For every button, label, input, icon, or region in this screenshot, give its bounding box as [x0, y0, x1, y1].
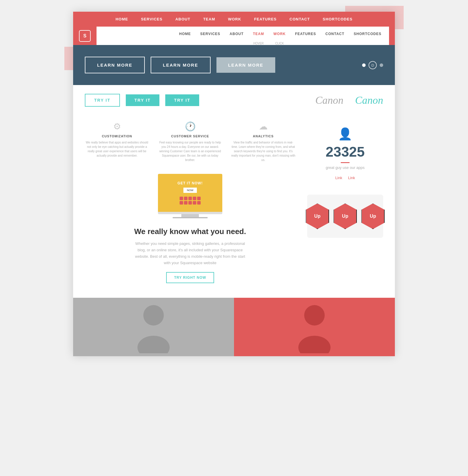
hero-dot-1[interactable]	[362, 63, 366, 67]
svg-point-1	[137, 336, 170, 353]
stat-number: 23325	[307, 144, 383, 160]
nav1-contact[interactable]: CONTACT	[283, 12, 316, 27]
content-title: We really know what you need.	[85, 227, 295, 236]
person-silhouette-2	[297, 301, 332, 353]
grid-dot	[180, 197, 183, 200]
nav2-work[interactable]: WORK	[269, 27, 290, 41]
nav1-shortcodes[interactable]: SHORTCODES	[316, 12, 359, 27]
hex-btn-1[interactable]: Up	[306, 203, 329, 229]
features-cols: ⚙ CUSTOMIZATION We really believe that a…	[85, 121, 295, 162]
canon-logo-gray: Canon	[315, 94, 343, 106]
main-content-section: ⚙ CUSTOMIZATION We really believe that a…	[73, 115, 395, 292]
stat-divider	[341, 162, 350, 163]
feature-text-1: We really believe that apps and websites…	[85, 140, 149, 158]
try-it-filled-btn-1[interactable]: TRY IT	[126, 94, 160, 106]
learn-more-btn-1[interactable]: LEARN MORE	[85, 57, 145, 73]
hex-container: Up Up Up	[307, 195, 383, 238]
laptop-stand	[181, 214, 199, 217]
nav2-team[interactable]: TEAM	[248, 27, 269, 41]
hero-dots: ⊙	[362, 61, 383, 69]
feature-title-2: CUSTOMER SERVICE	[158, 134, 222, 138]
svg-point-3	[298, 336, 331, 353]
person-silhouette-1	[136, 301, 171, 353]
canon-logo-green: Canon	[355, 94, 383, 106]
nav-secondary-links: HOME SERVICES ABOUT TEAM HOVER WORK CLIC…	[97, 27, 389, 45]
nav1-features[interactable]: FEATURES	[248, 12, 283, 27]
nav1-about[interactable]: ABOUT	[169, 12, 197, 27]
nav1-work[interactable]: WORK	[221, 12, 247, 27]
hex-btn-3[interactable]: Up	[361, 203, 385, 229]
learn-more-btn-2[interactable]: LEARN MORE	[151, 57, 211, 73]
grid-dot	[188, 197, 192, 200]
nav2-team-with-label: TEAM HOVER	[248, 27, 269, 45]
laptop-grid	[180, 197, 201, 205]
cloud-icon: ☁	[231, 121, 295, 131]
learn-more-btn-3[interactable]: LEARN MORE	[216, 57, 275, 73]
team-photo-left	[73, 298, 234, 356]
svg-point-2	[304, 305, 325, 326]
stat-block: 👤 23325 great guy use our apps Link Link	[307, 121, 383, 195]
content-section: We really know what you need. Whether yo…	[85, 224, 295, 289]
nav1-home[interactable]: HOME	[109, 12, 135, 27]
grid-dot	[197, 197, 201, 200]
grid-dot	[184, 201, 187, 205]
laptop-foot	[173, 217, 208, 218]
svg-point-0	[143, 305, 164, 326]
feature-title-3: ANALYTICS	[231, 134, 295, 138]
nav2-home[interactable]: HOME	[175, 27, 196, 45]
laptop-base	[158, 212, 222, 214]
canon-logos: Canon Canon	[315, 94, 383, 106]
features-left: ⚙ CUSTOMIZATION We really believe that a…	[85, 121, 295, 289]
nav2-shortcodes[interactable]: SHORTCODES	[349, 27, 386, 45]
nav2-work-with-label: WORK CLICK	[269, 27, 290, 45]
feature-customer-service: 🕐 CUSTOMER SERVICE Feel easy knowing our…	[158, 121, 222, 162]
buttons-section: TRY IT TRY IT TRY IT Canon Canon	[73, 85, 395, 115]
feature-customization: ⚙ CUSTOMIZATION We really believe that a…	[85, 121, 149, 162]
laptop-mockup: GET IT NOW! NOW	[158, 174, 222, 218]
grid-dot	[197, 201, 201, 205]
stat-links: Link Link	[307, 176, 383, 180]
nav2-about[interactable]: ABOUT	[225, 27, 248, 45]
try-it-outline-btn[interactable]: TRY IT	[85, 94, 120, 107]
stat-link-2[interactable]: Link	[348, 176, 355, 180]
try-it-filled-btn-2[interactable]: TRY IT	[165, 94, 199, 106]
gear-icon: ⚙	[85, 121, 149, 131]
feature-analytics: ☁ ANALYTICS View the traffic and behavio…	[231, 121, 295, 162]
team-person-1	[73, 298, 234, 356]
laptop-area: GET IT NOW! NOW	[85, 174, 295, 218]
try-right-now-btn[interactable]: TRY RIGHT NOW	[166, 272, 214, 283]
hero-dot-3[interactable]	[380, 63, 383, 67]
laptop-cta: GET IT NOW!	[178, 181, 203, 185]
nav-primary: HOME SERVICES ABOUT TEAM WORK FEATURES C…	[73, 12, 395, 27]
grid-dot	[180, 201, 183, 205]
person-icon: 👤	[307, 127, 383, 141]
laptop-screen: GET IT NOW! NOW	[158, 174, 222, 212]
hero-section: LEARN MORE LEARN MORE LEARN MORE ⊙	[73, 45, 395, 85]
hero-dot-camera[interactable]: ⊙	[369, 61, 377, 69]
stat-label: great guy use our apps	[307, 165, 383, 170]
nav2-click-label: CLICK	[275, 41, 284, 45]
feature-text-2: Feel easy knowing our people are ready t…	[158, 140, 222, 162]
logo: S	[79, 30, 91, 42]
nav-secondary: S HOME SERVICES ABOUT TEAM HOVER WORK CL…	[73, 27, 395, 45]
hex-btn-2[interactable]: Up	[333, 203, 357, 229]
nav2-services[interactable]: SERVICES	[196, 27, 225, 45]
features-right: 👤 23325 great guy use our apps Link Link…	[295, 121, 383, 289]
team-photo-right	[234, 298, 395, 356]
nav1-team[interactable]: TEAM	[197, 12, 222, 27]
clock-icon: 🕐	[158, 121, 222, 131]
nav1-services[interactable]: SERVICES	[135, 12, 169, 27]
nav2-hover-label: HOVER	[253, 41, 264, 45]
grid-dot	[193, 201, 196, 205]
stat-link-1[interactable]: Link	[335, 176, 342, 180]
nav2-contact[interactable]: CONTACT	[321, 27, 349, 45]
feature-title-1: CUSTOMIZATION	[85, 134, 149, 138]
content-text: Whether you need simple pages, striking …	[132, 240, 249, 266]
grid-dot	[188, 201, 192, 205]
feature-text-3: View the traffic and behavior of visitor…	[231, 140, 295, 162]
grid-dot	[184, 197, 187, 200]
laptop-now-btn[interactable]: NOW	[183, 188, 197, 193]
team-section	[73, 298, 395, 356]
grid-dot	[193, 197, 196, 200]
nav2-features[interactable]: FEATURES	[290, 27, 321, 45]
